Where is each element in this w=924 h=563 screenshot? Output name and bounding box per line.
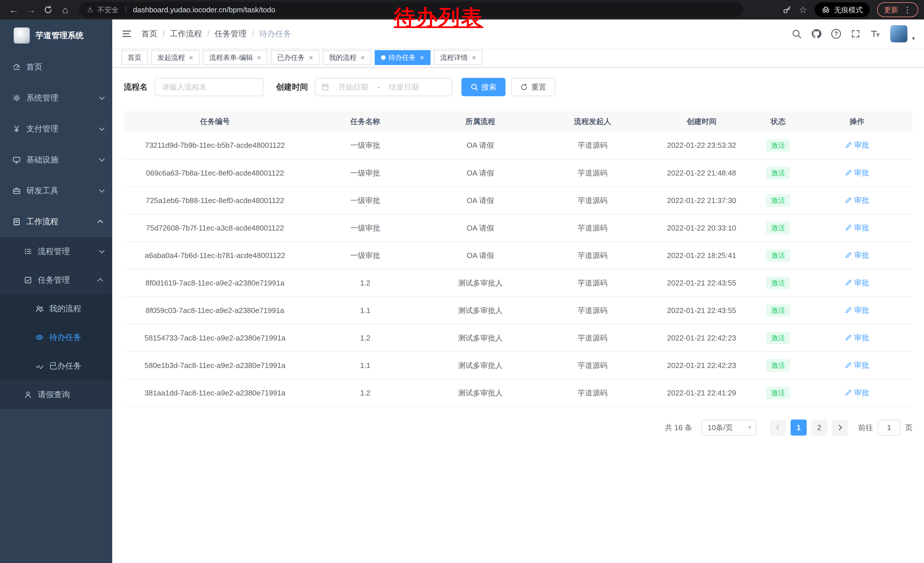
help-icon[interactable]: ?	[831, 29, 841, 39]
breadcrumb-home[interactable]: 首页	[141, 29, 158, 39]
reset-button[interactable]: 重置	[511, 78, 555, 96]
chevron-down-icon	[99, 125, 105, 131]
list-icon	[24, 248, 32, 255]
page-size-value: 10条/页	[708, 423, 733, 433]
approve-link[interactable]: 审批	[845, 333, 869, 343]
search-button[interactable]: 搜索	[461, 78, 506, 96]
eye-icon	[36, 333, 44, 341]
tab-my-process[interactable]: 我的流程 ×	[323, 50, 371, 65]
tab-home[interactable]: 首页	[122, 50, 148, 65]
starter: 芋道源码	[536, 297, 649, 324]
sidebar-toggle-icon[interactable]	[122, 29, 132, 39]
page-button-1[interactable]: 1	[790, 419, 807, 435]
approve-link[interactable]: 审批	[845, 305, 869, 315]
sidebar-item-devtools[interactable]: 研发工具	[0, 175, 112, 206]
tab-form-edit[interactable]: 流程表单-编辑 ×	[203, 50, 267, 65]
task-name: 1.1	[306, 297, 424, 324]
sidebar-item-my-process[interactable]: 我的流程	[0, 294, 112, 323]
sidebar-item-infrastructure[interactable]: 基础设施	[0, 144, 112, 175]
approve-link[interactable]: 审批	[845, 223, 869, 233]
tab-start-process[interactable]: 发起流程 ×	[151, 50, 200, 65]
monitor-icon	[13, 156, 21, 164]
approve-label: 审批	[854, 168, 869, 178]
approve-link[interactable]: 审批	[845, 168, 869, 178]
sidebar-item-done-tasks[interactable]: 已办任务	[0, 352, 112, 380]
approve-link[interactable]: 审批	[845, 388, 869, 398]
col-status: 状态	[754, 111, 801, 132]
filter-bar: 流程名 创建时间 - 搜索	[124, 78, 912, 96]
close-icon[interactable]: ×	[361, 54, 365, 61]
col-actions: 操作	[801, 111, 912, 132]
sidebar-item-workflow[interactable]: 工作流程	[0, 206, 112, 237]
approve-label: 审批	[854, 250, 869, 260]
home-icon[interactable]: ⌂	[57, 2, 73, 18]
forward-icon[interactable]: →	[23, 2, 39, 18]
caret-down-icon[interactable]: ▾	[912, 35, 915, 42]
process-name: 测试多审批人	[424, 297, 536, 324]
close-icon[interactable]: ×	[189, 54, 193, 61]
sidebar-item-system[interactable]: 系统管理	[0, 83, 112, 113]
table-row: 8f059c03-7ac8-11ec-a9e2-a2380e71991a 1.1…	[124, 297, 912, 324]
page-url[interactable]: dashboard.yudao.iocoder.cn/bpm/task/todo	[133, 6, 275, 14]
tab-done-tasks[interactable]: 已办任务 ×	[271, 50, 319, 65]
starter: 芋道源码	[536, 159, 649, 187]
date-range-picker[interactable]: -	[315, 78, 452, 96]
starter: 芋道源码	[536, 379, 649, 407]
tab-process-detail[interactable]: 流程详情 ×	[434, 50, 482, 65]
prev-page-button[interactable]	[770, 419, 786, 435]
breadcrumb-task-mgmt[interactable]: 任务管理	[214, 29, 247, 39]
pen-icon	[845, 279, 852, 286]
approve-link[interactable]: 审批	[845, 250, 869, 260]
sidebar-item-leave-query[interactable]: 请假查询	[0, 380, 112, 409]
task-id: 75d72608-7b7f-11ec-a3c8-acde48001122	[124, 214, 306, 242]
fullscreen-icon[interactable]	[851, 29, 861, 39]
sidebar-item-process-mgmt[interactable]: 流程管理	[0, 237, 112, 266]
close-icon[interactable]: ×	[257, 54, 261, 61]
kebab-menu-icon[interactable]: ⋮	[903, 5, 911, 15]
reload-icon[interactable]	[40, 2, 56, 18]
col-create-time: 创建时间	[649, 111, 754, 132]
end-date-input[interactable]	[382, 83, 426, 92]
breadcrumb-workflow[interactable]: 工作流程	[170, 29, 202, 39]
task-name: 一级审批	[306, 132, 424, 159]
pagination: 共 16 条 10条/页 ▾ 1 2 前往 页	[124, 419, 912, 435]
back-icon[interactable]: ←	[6, 2, 22, 18]
approve-link[interactable]: 审批	[845, 360, 869, 370]
key-icon[interactable]	[782, 5, 792, 14]
sidebar-item-todo-tasks[interactable]: 待办任务	[0, 323, 112, 352]
sidebar-item-payment[interactable]: 支付管理	[0, 113, 112, 144]
starter: 芋道源码	[536, 269, 649, 297]
approve-link[interactable]: 审批	[845, 140, 869, 150]
approve-link[interactable]: 审批	[845, 278, 869, 288]
update-button[interactable]: 更新 ⋮	[877, 2, 918, 17]
table-row: 73211d9d-7b9b-11ec-b5b7-acde48001122 一级审…	[124, 132, 912, 159]
gear-icon	[13, 94, 21, 102]
pen-icon	[845, 362, 852, 369]
app-logo[interactable]: 芋道管理系统	[0, 20, 112, 51]
task-id: 381aa1dd-7ac8-11ec-a9e2-a2380e71991a	[124, 379, 306, 407]
close-icon[interactable]: ×	[472, 54, 476, 61]
create-time: 2022-01-21 22:43:55	[649, 269, 754, 297]
next-page-button[interactable]	[832, 419, 848, 435]
page-button-2[interactable]: 2	[811, 419, 827, 435]
github-icon[interactable]	[811, 29, 822, 39]
page-size-select[interactable]: 10条/页 ▾	[701, 419, 756, 435]
star-icon[interactable]: ☆	[799, 4, 807, 15]
font-size-icon[interactable]	[870, 29, 880, 39]
close-icon[interactable]: ×	[309, 54, 313, 61]
yen-icon	[13, 125, 21, 133]
tab-todo-tasks[interactable]: 待办任务 ×	[375, 50, 430, 65]
approve-link[interactable]: 审批	[845, 195, 869, 205]
search-icon[interactable]	[792, 29, 801, 39]
incognito-icon	[822, 6, 830, 14]
incognito-badge: 无痕模式	[814, 2, 870, 17]
close-icon[interactable]: ×	[420, 54, 424, 61]
process-name-input[interactable]	[154, 78, 263, 96]
sidebar-item-task-mgmt[interactable]: 任务管理	[0, 266, 112, 294]
goto-page-input[interactable]	[878, 419, 900, 435]
security-label[interactable]: 不安全	[98, 5, 119, 15]
sidebar-item-home[interactable]: 首页	[0, 51, 112, 83]
start-date-input[interactable]	[332, 83, 375, 92]
todo-task-table: 任务编号 任务名称 所属流程 流程发起人 创建时间 状态 操作 73211d9d…	[124, 111, 912, 407]
avatar[interactable]	[890, 25, 908, 42]
